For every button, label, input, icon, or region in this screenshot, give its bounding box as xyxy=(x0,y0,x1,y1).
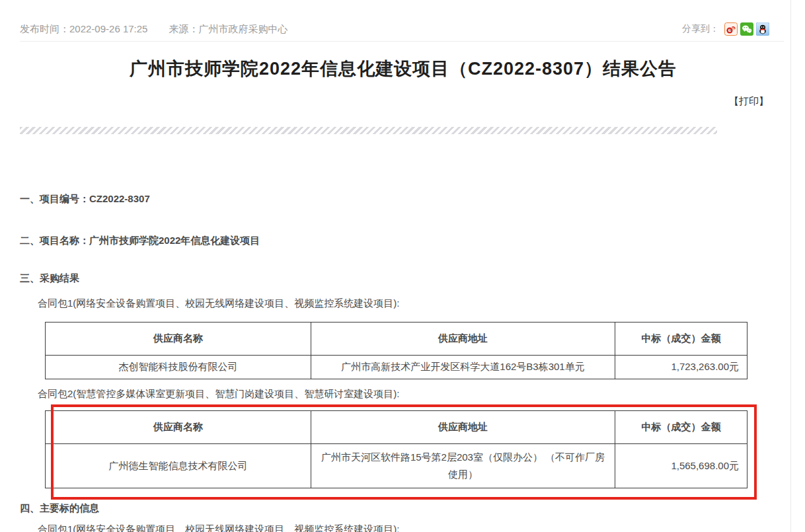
qq-icon[interactable] xyxy=(756,22,769,36)
supplier-address-cell: 广州市天河区软件路15号第2层203室（仅限办公） （不可作厂房使用） xyxy=(311,444,615,488)
wechat-icon[interactable] xyxy=(740,22,753,36)
col-header-supplier-name: 供应商名称 xyxy=(46,323,311,356)
announcement-page: 发布时间：2022-09-26 17:25来源：广州市政府采购中心 分享到： xyxy=(0,0,805,532)
award-amount-cell: 1,565,698.00元 xyxy=(615,444,748,488)
package2-label: 合同包2(智慧管控多媒体课室更新项目、智慧门岗建设项目、智慧研讨室建设项目): xyxy=(38,388,400,400)
supplier-name-cell: 杰创智能科技股份有限公司 xyxy=(46,356,311,379)
section-main-subject: 四、主要标的信息 xyxy=(20,502,99,515)
print-button[interactable]: 【打印】 xyxy=(729,95,769,108)
meta-bar: 发布时间：2022-09-26 17:25来源：广州市政府采购中心 分享到： xyxy=(20,19,784,42)
section-procurement-result: 三、采购结果 xyxy=(20,272,79,285)
table-row: 杰创智能科技股份有限公司 广州市高新技术产业开发区科学大道162号B3栋301单… xyxy=(46,356,748,379)
publish-time-label: 发布时间： xyxy=(20,23,69,34)
package1-result-table: 供应商名称 供应商地址 中标（成交）金额 杰创智能科技股份有限公司 广州市高新技… xyxy=(45,322,748,379)
package2-result-table: 供应商名称 供应商地址 中标（成交）金额 广州德生智能信息技术有限公司 广州市天… xyxy=(45,410,748,488)
content-right-border xyxy=(790,0,791,532)
bottom-partial-text: 合同包1(网络安全设备购置项目、校园无线网络建设项目、视频监控系统建设项目): xyxy=(38,523,400,532)
supplier-address-cell: 广州市高新技术产业开发区科学大道162号B3栋301单元 xyxy=(311,356,615,379)
col-header-supplier-address: 供应商地址 xyxy=(311,323,615,356)
table-row: 广州德生智能信息技术有限公司 广州市天河区软件路15号第2层203室（仅限办公）… xyxy=(46,444,748,488)
col-header-award-amount: 中标（成交）金额 xyxy=(615,411,748,444)
col-header-supplier-address: 供应商地址 xyxy=(311,411,615,444)
page-title: 广州市技师学院2022年信息化建设项目（CZ2022-8307）结果公告 xyxy=(20,57,786,81)
share-bar: 分享到： xyxy=(682,22,769,36)
sina-weibo-icon[interactable] xyxy=(724,22,738,36)
col-header-award-amount: 中标（成交）金额 xyxy=(615,323,748,356)
meta-info: 发布时间：2022-09-26 17:25来源：广州市政府采购中心 xyxy=(20,23,288,36)
section-project-number: 一、项目编号：CZ2022-8307 xyxy=(20,193,150,206)
award-amount-cell: 1,723,263.00元 xyxy=(615,356,748,379)
source-label: 来源： xyxy=(169,23,198,34)
striped-divider xyxy=(20,127,717,134)
publish-time-value: 2022-09-26 17:25 xyxy=(69,23,147,34)
supplier-name-cell: 广州德生智能信息技术有限公司 xyxy=(46,444,311,488)
share-label: 分享到： xyxy=(682,23,719,35)
package1-label: 合同包1(网络安全设备购置项目、校园无线网络建设项目、视频监控系统建设项目): xyxy=(38,297,400,310)
col-header-supplier-name: 供应商名称 xyxy=(46,411,311,444)
table-header-row: 供应商名称 供应商地址 中标（成交）金额 xyxy=(46,411,748,444)
source-value: 广州市政府采购中心 xyxy=(198,23,288,34)
section-project-name: 二、项目名称：广州市技师学院2022年信息化建设项目 xyxy=(20,235,260,247)
table-header-row: 供应商名称 供应商地址 中标（成交）金额 xyxy=(46,323,748,356)
